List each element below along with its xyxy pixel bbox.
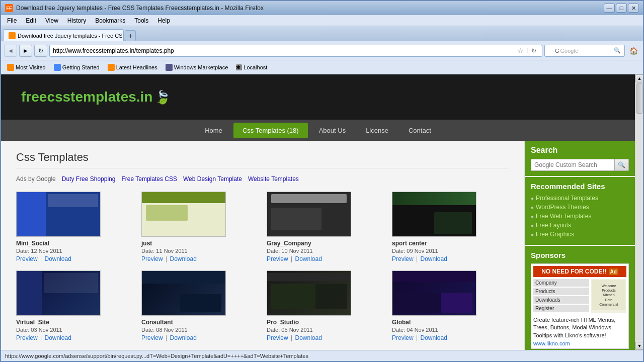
- bookmark-star-icon[interactable]: ☆: [515, 46, 525, 56]
- most-visited-icon: [7, 64, 14, 71]
- ads-link-3[interactable]: Web Design Template: [183, 175, 242, 183]
- preview-link-6[interactable]: Preview: [141, 334, 163, 341]
- sponsor-row-downloads[interactable]: Downloads: [533, 296, 589, 304]
- rec-link-5[interactable]: Free Graphics: [536, 231, 574, 238]
- sponsor-row-register[interactable]: Register: [533, 305, 589, 312]
- template-date-7: Date: 05 Nov 2011: [267, 327, 313, 333]
- ads-link-4[interactable]: Website Templates: [248, 175, 299, 183]
- date-prefix: Date:: [392, 327, 407, 333]
- download-link-5[interactable]: Download: [45, 334, 71, 341]
- minimize-button[interactable]: —: [604, 4, 615, 13]
- rec-link-3[interactable]: Free Web Templates: [536, 213, 591, 220]
- sponsor-row-company[interactable]: Company: [533, 279, 589, 287]
- template-name-4: sport center: [392, 240, 427, 247]
- google-search-icon: [547, 47, 554, 54]
- forward-button[interactable]: ►: [19, 45, 32, 57]
- localhost-icon: ✱: [236, 64, 242, 70]
- sep-4: |: [416, 255, 418, 262]
- template-thumb-sport: [392, 192, 476, 237]
- template-name-7: Pro_Studio: [267, 319, 299, 326]
- new-tab-button[interactable]: +: [125, 30, 136, 41]
- scroll-up-button[interactable]: ▲: [635, 74, 643, 82]
- nav-contact[interactable]: Contact: [399, 123, 440, 138]
- close-button[interactable]: ✕: [628, 4, 639, 13]
- bookmarks-menu[interactable]: Bookmarks: [91, 16, 129, 25]
- bookmark-localhost[interactable]: ✱ Localhost: [233, 63, 270, 71]
- nav-license[interactable]: License: [357, 123, 397, 138]
- sponsor-link[interactable]: www.likno.com: [533, 340, 626, 346]
- reload-button[interactable]: ↻: [34, 45, 47, 57]
- history-menu[interactable]: History: [63, 16, 90, 25]
- date-prefix: Date:: [141, 327, 156, 333]
- address-bar[interactable]: http://www.freecsstemplates.in/templates…: [49, 45, 542, 57]
- download-link-8[interactable]: Download: [421, 334, 447, 341]
- rec-site-2: ● WordPress Themes: [531, 204, 629, 211]
- scrollbar: ▲ ▼: [635, 74, 643, 350]
- nav-about[interactable]: About Us: [310, 123, 355, 138]
- search-bar[interactable]: G Google 🔍: [544, 45, 625, 57]
- preview-link-3[interactable]: Preview: [267, 255, 288, 262]
- bookmark-label: Latest Headlines: [116, 64, 157, 70]
- template-item-mini-social: Mini_Social Date: 12 Nov 2011 Preview | …: [16, 192, 133, 262]
- template-date-3: Date: 10 Nov 2011: [267, 248, 313, 254]
- rec-link-4[interactable]: Free Layouts: [536, 222, 571, 229]
- download-link-3[interactable]: Download: [295, 255, 322, 262]
- date-prefix: Date:: [16, 327, 31, 333]
- scroll-track[interactable]: [635, 82, 643, 342]
- preview-link-7[interactable]: Preview: [267, 334, 288, 341]
- ads-link-1[interactable]: Duty Free Shopping: [62, 175, 116, 183]
- home-button[interactable]: 🏠: [627, 45, 640, 57]
- template-thumb-consultant: [141, 270, 226, 316]
- search-input[interactable]: Google: [560, 48, 612, 54]
- download-link-4[interactable]: Download: [421, 255, 447, 262]
- file-menu[interactable]: File: [3, 16, 21, 25]
- download-link-6[interactable]: Download: [170, 334, 197, 341]
- sep-8: |: [416, 334, 418, 341]
- nav-css-templates[interactable]: Css Templates (18): [233, 123, 308, 138]
- template-item-pro-studio: Pro_Studio Date: 05 Nov 2011 Preview | D…: [267, 270, 384, 341]
- rec-link-1[interactable]: Professional Templates: [536, 195, 598, 202]
- preview-link-2[interactable]: Preview: [141, 255, 163, 262]
- bookmark-label: Most Visited: [16, 64, 46, 70]
- bookmark-windows-marketplace[interactable]: Windows Marketplace: [163, 63, 231, 72]
- scroll-down-button[interactable]: ▼: [635, 342, 643, 350]
- download-link-7[interactable]: Download: [295, 334, 322, 341]
- download-link-1[interactable]: Download: [45, 255, 71, 262]
- ads-link-2[interactable]: Free Templates CSS: [121, 175, 177, 183]
- bookmarks-bar: Most Visited Getting Started Latest Head…: [1, 60, 643, 74]
- sponsor-description: Create feature-rich HTML Menus, Trees, B…: [533, 316, 626, 339]
- view-menu[interactable]: View: [41, 16, 62, 25]
- search-submit-icon[interactable]: 🔍: [612, 46, 622, 56]
- bookmark-most-visited[interactable]: Most Visited: [4, 63, 49, 72]
- download-link-2[interactable]: Download: [170, 255, 197, 262]
- sponsor-row-products[interactable]: Products: [533, 288, 589, 295]
- address-reload-icon[interactable]: ↻: [529, 46, 539, 56]
- search-go-button[interactable]: 🔍: [614, 159, 628, 170]
- search-widget: Search 🔍: [525, 141, 635, 176]
- active-tab[interactable]: Download free Jquery templates - Free CS…: [3, 29, 124, 41]
- preview-link-4[interactable]: Preview: [392, 255, 414, 262]
- preview-link-1[interactable]: Preview: [16, 255, 38, 262]
- bookmark-getting-started[interactable]: Getting Started: [51, 63, 103, 72]
- help-menu[interactable]: Help: [153, 16, 174, 25]
- back-button[interactable]: ◄: [4, 45, 17, 57]
- rec-site-3: ● Free Web Templates: [531, 213, 629, 220]
- rec-link-2[interactable]: WordPress Themes: [536, 204, 589, 211]
- rec-bullet-icon: ●: [531, 223, 534, 228]
- template-thumb-pro: [267, 270, 351, 316]
- sponsor-image-col: WelcomeProductsKitchenBathCommercial: [591, 279, 626, 313]
- template-links-8: Preview | Download: [392, 334, 447, 341]
- recommended-sites-widget: Recommended Sites ● Professional Templat…: [525, 177, 635, 245]
- scroll-thumb[interactable]: [636, 83, 642, 114]
- preview-link-5[interactable]: Preview: [16, 334, 38, 341]
- template-links-3: Preview | Download: [267, 255, 322, 262]
- maximize-button[interactable]: □: [616, 4, 627, 13]
- edit-menu[interactable]: Edit: [22, 16, 40, 25]
- bookmark-latest-headlines[interactable]: Latest Headlines: [105, 63, 160, 72]
- sep-6: |: [166, 334, 167, 341]
- custom-search-input[interactable]: [531, 159, 614, 170]
- tools-menu[interactable]: Tools: [130, 16, 152, 25]
- preview-link-8[interactable]: Preview: [392, 334, 414, 341]
- nav-home[interactable]: Home: [196, 123, 231, 138]
- browser-window: FF Download free Jquery templates - Free…: [0, 0, 644, 362]
